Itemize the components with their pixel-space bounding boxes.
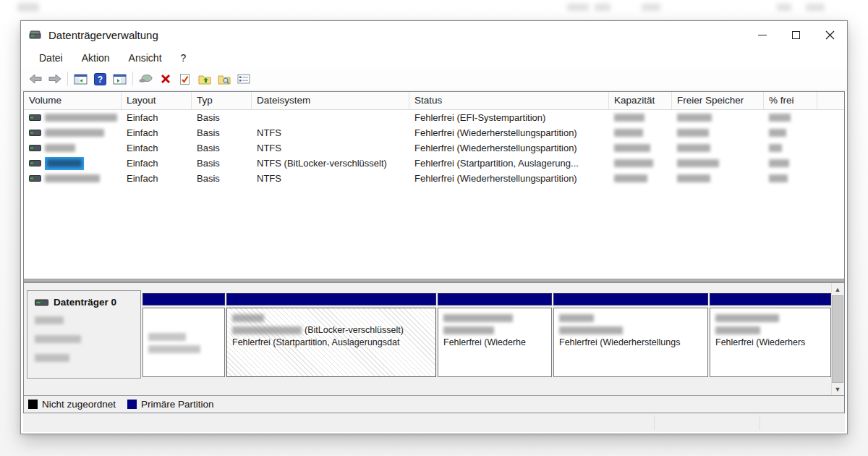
redacted-free-space (677, 129, 709, 137)
partition-block[interactable]: Fehlerfrei (Wiederhers (710, 293, 831, 377)
redacted-partition-size (232, 326, 302, 334)
redacted-disk-size (35, 335, 81, 343)
redacted-volume-name (45, 114, 117, 122)
legend-bar: Nicht zugeordnet Primäre Partition (24, 395, 844, 413)
cell-status: Fehlerfrei (Wiederherstellungspartition) (409, 171, 609, 186)
toolbar-separator (132, 72, 133, 86)
menu-hilfe[interactable]: ? (171, 50, 196, 67)
show-action-pane-button[interactable] (110, 70, 129, 88)
redacted-volume-name (47, 159, 82, 167)
scroll-up-icon[interactable]: ▲ (832, 283, 843, 295)
column-header-kapazitaet[interactable]: Kapazität (609, 92, 672, 109)
close-button[interactable] (813, 21, 847, 48)
vertical-scrollbar[interactable]: ▲ ▼ (831, 283, 843, 395)
title-bar[interactable]: Datenträgerverwaltung (21, 21, 847, 48)
show-console-tree-button[interactable] (71, 70, 90, 88)
volume-row[interactable]: Einfach Basis Fehlerfrei (EFI-Systempart… (24, 110, 844, 125)
redacted-free-space (677, 159, 719, 167)
graphical-disk-pane: Datenträger 0 (24, 283, 844, 395)
folder-up-icon (198, 74, 211, 85)
cell-status: Fehlerfrei (Wiederherstellungspartition) (409, 140, 609, 156)
status-bar-divider (654, 415, 655, 430)
redacted-percent-free (769, 129, 786, 137)
cell-status: Fehlerfrei (EFI-Systempartition) (409, 110, 609, 125)
legend-primary-partition-swatch (127, 400, 137, 409)
partition-block-selected[interactable]: (BitLocker-verschlüsselt) Fehlerfrei (St… (226, 293, 436, 377)
folder-search-icon (218, 74, 231, 85)
partition-block[interactable]: Fehlerfrei (Wiederherstellungs (553, 293, 708, 377)
selected-volume-highlight (45, 157, 84, 170)
redacted-partition-name (232, 314, 264, 322)
menu-datei[interactable]: Datei (30, 50, 72, 67)
list-view-icon (237, 74, 250, 84)
partition-block[interactable]: Fehlerfrei (Wiederhe (438, 293, 552, 377)
menu-aktion[interactable]: Aktion (72, 50, 119, 67)
volume-row[interactable]: Einfach Basis NTFS Fehlerfrei (Wiederher… (24, 171, 844, 186)
properties-button[interactable] (175, 70, 195, 88)
partition-header (710, 293, 831, 305)
column-header-volume[interactable]: Volume (24, 92, 122, 109)
volume-disk-icon (29, 129, 41, 137)
partition-body: Fehlerfrei (Wiederhe (438, 308, 552, 377)
partition-header (142, 293, 225, 305)
disk0-info-panel[interactable]: Datenträger 0 (27, 290, 141, 379)
cell-status: Fehlerfrei (Wiederherstellungspartition) (409, 125, 609, 140)
redacted-capacity (614, 159, 653, 167)
column-header-layout[interactable]: Layout (122, 92, 192, 109)
scroll-down-icon[interactable]: ▼ (832, 383, 843, 395)
column-header-typ[interactable]: Typ (192, 92, 252, 109)
details-view-button[interactable] (234, 70, 253, 88)
maximize-icon (792, 31, 800, 39)
back-button[interactable] (25, 70, 45, 88)
disk-title: Datenträger 0 (54, 297, 116, 308)
column-header-status[interactable]: Status (409, 92, 609, 109)
cell-dateisystem: NTFS (252, 140, 409, 156)
volume-row[interactable]: Einfach Basis NTFS Fehlerfrei (Wiederher… (24, 125, 844, 140)
volume-disk-icon (29, 144, 41, 152)
background-smudge (777, 4, 791, 11)
partition-status: Fehlerfrei (Startpartition, Auslagerungs… (232, 337, 399, 349)
open-folder-button[interactable] (195, 70, 214, 88)
menu-ansicht[interactable]: Ansicht (119, 50, 171, 67)
redacted-volume-name (45, 129, 104, 137)
column-header-filler (817, 92, 844, 109)
legend-unallocated-swatch (28, 400, 38, 409)
forward-button[interactable] (45, 70, 64, 88)
toolbar: ? (21, 68, 847, 90)
column-header-freier-speicher[interactable]: Freier Speicher (672, 92, 764, 109)
cell-layout: Einfach (122, 125, 192, 140)
volume-list-pane: Volume Layout Typ Dateisystem Status Kap… (24, 92, 844, 279)
redacted-capacity (614, 144, 650, 152)
redacted-volume-name (45, 174, 100, 182)
help-button[interactable]: ? (90, 70, 110, 88)
redacted-partition-size (559, 326, 623, 334)
status-bar (23, 413, 845, 432)
cell-dateisystem: NTFS (252, 125, 409, 140)
scrollbar-thumb[interactable] (832, 295, 843, 383)
column-header-dateisystem[interactable]: Dateisystem (252, 92, 409, 109)
context-tool-button[interactable] (136, 70, 156, 88)
redacted-free-space (677, 174, 710, 182)
redacted-free-space (677, 114, 712, 122)
partition-body (142, 308, 225, 377)
volume-row[interactable]: Einfach Basis NTFS Fehlerfrei (Wiederher… (24, 140, 844, 156)
explore-folder-button[interactable] (214, 70, 234, 88)
redacted-disk-status (35, 354, 69, 362)
legend-unallocated-label: Nicht zugeordnet (42, 399, 116, 410)
column-header-prozent-frei[interactable]: % frei (764, 92, 817, 109)
partition-block[interactable] (142, 293, 225, 377)
partition-bitlocker-label: (BitLocker-verschlüsselt) (305, 324, 404, 337)
redacted-disk-type (35, 316, 64, 324)
volume-row-selected[interactable]: Einfach Basis NTFS (BitLocker-verschlüss… (24, 156, 844, 171)
partition-header (226, 293, 436, 305)
minimize-icon (758, 35, 767, 35)
cell-dateisystem: NTFS (252, 171, 409, 186)
cell-layout: Einfach (122, 140, 192, 156)
maximize-button[interactable] (779, 21, 813, 48)
status-bar-divider (760, 415, 760, 430)
partition-status: Fehlerfrei (Wiederhers (715, 337, 805, 349)
minimize-button[interactable] (745, 21, 779, 48)
delete-volume-button[interactable] (156, 70, 175, 88)
disk-management-window: Datenträgerverwaltung Datei Aktion Ansic… (20, 20, 848, 434)
help-icon: ? (94, 73, 106, 85)
